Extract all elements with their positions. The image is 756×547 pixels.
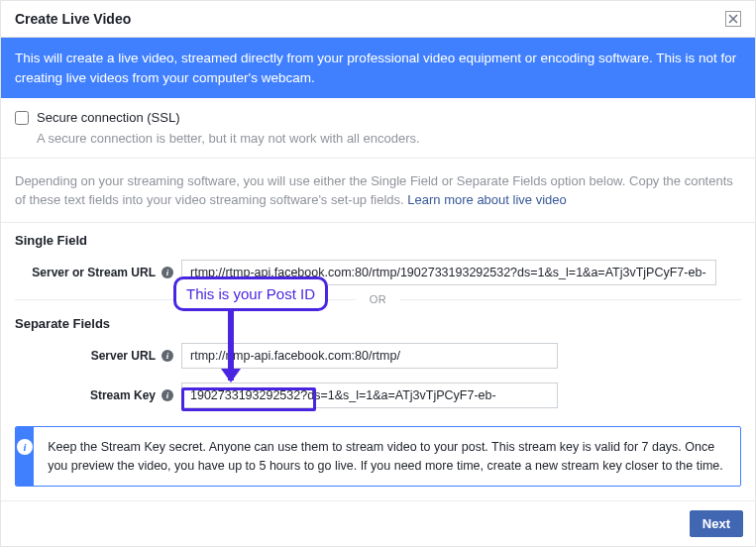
intro-body: Depending on your streaming software, yo… bbox=[15, 173, 733, 207]
server-url-input[interactable] bbox=[181, 343, 558, 369]
stream-key-warning: i Keep the Stream Key secret. Anyone can… bbox=[15, 426, 741, 488]
single-field-row: Server or Stream URL i bbox=[1, 256, 755, 289]
dialog-titlebar: Create Live Video bbox=[1, 1, 755, 38]
learn-more-link[interactable]: Learn more about live video bbox=[407, 192, 566, 207]
stream-key-row: Stream Key i bbox=[1, 379, 755, 412]
dialog-footer: Next bbox=[1, 500, 755, 546]
info-icon: i bbox=[17, 439, 33, 455]
info-banner: This will create a live video, streamed … bbox=[1, 38, 755, 98]
info-icon-column: i bbox=[16, 427, 34, 487]
server-url-label: Server URL i bbox=[15, 349, 173, 363]
stream-key-label: Stream Key i bbox=[15, 388, 173, 402]
or-divider: OR bbox=[15, 299, 741, 300]
info-icon[interactable]: i bbox=[162, 389, 173, 401]
info-icon[interactable]: i bbox=[162, 267, 173, 278]
stream-key-input[interactable] bbox=[181, 383, 558, 408]
dialog-title: Create Live Video bbox=[15, 11, 131, 27]
server-or-stream-url-label: Server or Stream URL i bbox=[15, 266, 173, 279]
close-icon[interactable] bbox=[725, 11, 741, 27]
ssl-checkbox[interactable] bbox=[15, 111, 29, 125]
info-icon[interactable]: i bbox=[162, 350, 173, 362]
ssl-section: Secure connection (SSL) A secure connect… bbox=[1, 98, 755, 159]
stream-key-warning-text: Keep the Stream Key secret. Anyone can u… bbox=[34, 427, 740, 487]
next-button[interactable]: Next bbox=[690, 510, 743, 537]
ssl-checkbox-row[interactable]: Secure connection (SSL) bbox=[15, 110, 741, 125]
server-or-stream-url-input[interactable] bbox=[181, 260, 716, 285]
ssl-help-text: A secure connection is better, but it ma… bbox=[37, 131, 741, 146]
server-url-row: Server URL i bbox=[1, 339, 755, 373]
single-field-heading: Single Field bbox=[1, 223, 755, 256]
or-label: OR bbox=[356, 293, 401, 305]
separate-fields-heading: Separate Fields bbox=[1, 306, 755, 339]
ssl-label: Secure connection (SSL) bbox=[37, 110, 180, 125]
intro-text: Depending on your streaming software, yo… bbox=[1, 159, 755, 223]
